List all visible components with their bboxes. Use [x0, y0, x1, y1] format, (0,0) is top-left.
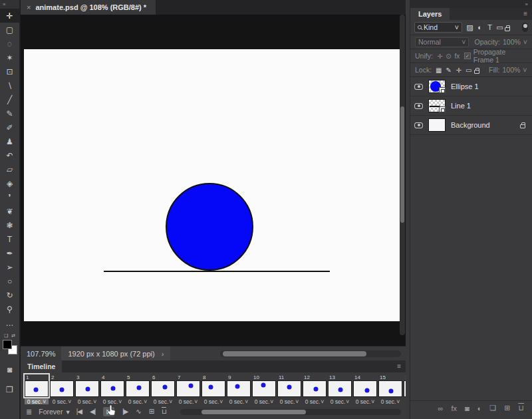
opacity-value[interactable]: 100%	[503, 38, 521, 46]
frame-10[interactable]: 100 sec.˅	[252, 374, 276, 404]
frame-2[interactable]: 20 sec.˅	[50, 374, 74, 404]
frame-thumbnail[interactable]	[100, 380, 124, 397]
filter-shape-layers-icon[interactable]: ▭	[495, 23, 505, 32]
layer-row-background[interactable]: Background	[410, 116, 532, 135]
crop-tool[interactable]: ⊡	[0, 65, 20, 78]
default-colors-icon[interactable]: ❏	[4, 333, 8, 339]
add-adjustment-layer-icon[interactable]: ◐	[477, 404, 482, 412]
history-brush-tool[interactable]: ↶	[0, 148, 20, 162]
frame-thumbnail[interactable]	[303, 380, 327, 397]
frame-delay-selector[interactable]: 0 sec.˅	[227, 398, 251, 404]
eraser-tool[interactable]: ▱	[0, 162, 20, 176]
link-layers-icon[interactable]: ∞	[438, 404, 444, 412]
layers-tab[interactable]: Layers	[410, 8, 450, 20]
frame-thumbnail[interactable]	[126, 380, 150, 397]
previous-frame-button[interactable]: ◀|	[90, 408, 95, 415]
lasso-tool[interactable]: ◌	[0, 37, 20, 51]
frame-thumbnail[interactable]	[176, 380, 200, 397]
new-frame-button[interactable]: ⊞	[149, 408, 154, 415]
document-info[interactable]: 1920 px x 1080 px (72 ppi) ›	[61, 347, 170, 360]
frame-delay-selector[interactable]: 0 sec.˅	[100, 398, 124, 404]
frame-delay-selector[interactable]: 0 sec.˅	[328, 398, 352, 404]
layers-menu-icon[interactable]: ≡	[523, 10, 527, 17]
canvas-viewport[interactable]	[21, 15, 406, 346]
frame-12[interactable]: 120 sec.˅	[303, 374, 327, 404]
lock-position-icon[interactable]: ✛	[454, 67, 463, 74]
next-frame-button[interactable]: |▶	[122, 408, 128, 415]
frame-5[interactable]: 50 sec.˅	[126, 374, 150, 404]
toolbar-expand-icon[interactable]: »	[0, 0, 19, 9]
layer-thumbnail[interactable]	[428, 118, 446, 132]
delete-frame-button[interactable]: ⊔	[162, 408, 166, 415]
timeline-scrollbar[interactable]	[180, 409, 401, 415]
frame-13[interactable]: 130 sec.˅	[328, 374, 352, 404]
frame-delay-selector[interactable]: 0 sec.˅	[126, 398, 150, 404]
frame-delay-selector[interactable]: 0 sec.˅	[252, 398, 276, 404]
frame-delay-selector[interactable]: 0 sec.˅	[378, 398, 402, 404]
blend-mode-dropdown[interactable]: Normal ˅	[415, 37, 469, 47]
status-chevron-icon[interactable]: ›	[162, 350, 164, 358]
lock-image-pixels-icon[interactable]: ✎	[444, 67, 453, 74]
frame-thumbnail[interactable]	[252, 380, 276, 397]
rectangular-marquee-tool[interactable]: ▢	[0, 23, 20, 37]
delete-layer-icon[interactable]: ⊔	[518, 404, 524, 412]
frame-7[interactable]: 70 sec.˅	[176, 374, 200, 404]
frame-delay-selector[interactable]: 0 sec.˅	[303, 398, 327, 404]
sponge-tool[interactable]: ❃	[0, 218, 20, 232]
move-tool[interactable]: ✛	[0, 9, 20, 23]
frame-thumbnail[interactable]	[25, 380, 49, 397]
zoom-tool[interactable]: ⚲	[0, 302, 20, 316]
type-tool[interactable]: T	[0, 232, 20, 246]
frame-thumbnail[interactable]	[328, 380, 352, 397]
filter-smart-objects-icon[interactable]	[505, 27, 510, 31]
ellipse-tool[interactable]: ○	[0, 274, 20, 288]
frame-thumbnail[interactable]	[277, 380, 301, 397]
document-tab[interactable]: × animate.psd @ 108% (RGB/8#) *	[21, 0, 156, 15]
screen-mode-button[interactable]: ❐	[6, 385, 13, 394]
vertical-scrollbar-thumb[interactable]	[400, 106, 404, 223]
kind-filter-dropdown[interactable]: Kind ˅	[414, 22, 462, 33]
quick-selection-tool[interactable]: ✶	[0, 51, 20, 65]
new-group-icon[interactable]: ❏	[489, 404, 496, 412]
unify-position-icon[interactable]: ✛	[436, 53, 444, 60]
ellipse-artwork[interactable]	[166, 183, 253, 271]
eyedropper-tool[interactable]: ∖	[0, 78, 20, 92]
timeline-scrollbar-thumb[interactable]	[201, 410, 306, 414]
layer-row-ellipse-1[interactable]: Ellipse 1	[410, 77, 532, 96]
horizontal-scrollbar[interactable]	[220, 350, 401, 357]
first-frame-button[interactable]: |◀	[76, 408, 82, 415]
foreground-swatch[interactable]	[3, 340, 12, 349]
filter-type-layers-icon[interactable]: T	[485, 23, 495, 31]
frame-delay-selector[interactable]: 0 sec.˅	[75, 398, 99, 404]
frame-delay-selector[interactable]: 0 sec.˅	[201, 398, 225, 404]
layer-name[interactable]: Background	[451, 121, 515, 129]
frame-delay-selector[interactable]: 0 sec.˅	[151, 398, 175, 404]
frame-15[interactable]: 150 sec.˅	[378, 374, 402, 404]
timeline-tab[interactable]: Timeline	[21, 360, 62, 372]
frame-thumbnail[interactable]	[201, 380, 225, 397]
layer-name[interactable]: Ellipse 1	[451, 82, 525, 90]
frame-thumbnail[interactable]	[50, 380, 74, 397]
layer-style-icon[interactable]: fx	[451, 404, 457, 412]
add-layer-mask-icon[interactable]: ◙	[465, 404, 469, 412]
frame-delay-selector[interactable]: 0 sec.˅	[25, 398, 49, 404]
propagate-checkbox[interactable]: ✓	[464, 53, 471, 59]
healing-brush-tool[interactable]: ╱	[0, 92, 20, 106]
new-layer-icon[interactable]: ⊞	[504, 404, 510, 412]
loop-selector[interactable]: Forever ▾	[39, 408, 69, 416]
frame-11[interactable]: 110 sec.˅	[277, 374, 301, 404]
frame-delay-selector[interactable]: 0 sec.˅	[50, 398, 74, 404]
frame-8[interactable]: 80 sec.˅	[201, 374, 225, 404]
fill-dropdown-icon[interactable]: ˅	[523, 66, 527, 74]
frame-1[interactable]: 10 sec.˅	[25, 374, 49, 404]
frame-thumbnail[interactable]	[353, 380, 377, 397]
unify-style-icon[interactable]: fx	[453, 53, 462, 60]
frame-3[interactable]: 30 sec.˅	[75, 374, 99, 404]
pencil-tool[interactable]: ✐	[0, 120, 20, 134]
document-canvas[interactable]	[24, 49, 400, 321]
layer-thumbnail[interactable]	[428, 80, 446, 93]
rotate-view-tool[interactable]: ↻	[0, 288, 20, 302]
frame-thumbnail[interactable]	[75, 380, 99, 397]
opacity-dropdown-icon[interactable]: ˅	[523, 38, 527, 46]
vertical-scrollbar[interactable]	[400, 15, 405, 335]
